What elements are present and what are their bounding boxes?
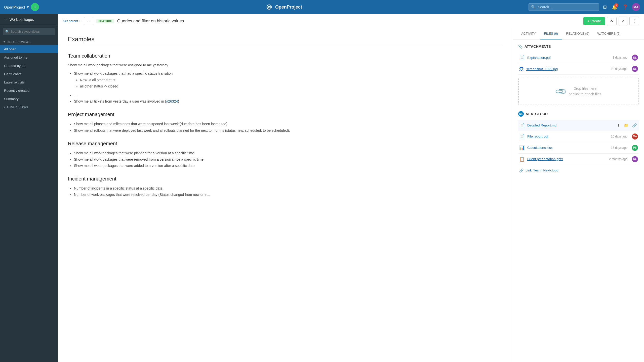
attachment-link-explanation[interactable]: Explanation.pdf [527,56,610,60]
list-item: Number of work packages that were resolv… [74,192,503,198]
section-team-collab-intro: Show me all work packages that were assi… [68,62,503,68]
article-pane: Examples Team collaboration Show me all … [58,28,513,362]
set-parent-button[interactable]: Set parent + [63,19,81,23]
drop-text-line2: or click to attach files [569,92,601,96]
link-nextcloud-button[interactable]: 🔗 Link files in Nextcloud [518,166,639,175]
sidebar-item-recently-created[interactable]: Recently created [0,86,58,95]
nc-file-avatar-ma: MA [632,133,638,140]
list-item: Number of incidents in a specific status… [74,185,503,192]
section-project-mgmt-list: Show me all phases and milestones that w… [74,121,503,133]
public-views-label: PUBLIC VIEWS [7,106,28,109]
img-file-icon: 🖼 [519,66,524,72]
xlsx-file-icon: 📊 [519,145,525,151]
sidebar: ← Work packages 🔍 ▾ DEFAULT VIEWS All op… [0,14,58,362]
nextcloud-label: NEXTCLOUD [526,112,548,116]
link-nextcloud-label: Link files in Nextcloud [526,168,558,172]
set-parent-plus-icon: + [79,19,81,23]
nc-folder-button[interactable]: 📁 [623,123,630,128]
paperclip-icon: 📎 [518,44,522,49]
notifications-button[interactable]: 🔔 9 [611,3,618,11]
feature-title: Queries and filter on historic values [117,19,184,24]
nav-right-area: 🔍 ⊞ 🔔 9 ❓ MA [529,3,640,11]
all-open-label: All open [4,47,16,51]
sidebar-item-created-by-me[interactable]: Created by me [0,62,58,70]
search-saved-views-wrap: 🔍 [3,28,55,35]
notification-badge: 9 [614,3,618,7]
section-incident-mgmt-heading: Incident management [68,176,503,182]
feature-badge: FEATURE [96,19,114,23]
grid-menu-button[interactable]: ⊞ [602,3,608,11]
openproject-logo-icon: OP [266,4,273,11]
nc-download-button[interactable]: ⬇ [616,123,621,128]
list-item: all other status -> closed [80,83,503,89]
attachment-avatar-nl: NL [632,55,638,61]
fullscreen-button[interactable]: ⤢ [619,17,627,25]
nc-file-time: 10 days ago [611,135,627,138]
section-release-mgmt-heading: Release management [68,141,503,147]
add-button[interactable]: + [31,3,39,11]
nc-file-row-detailed-report: 📄 Detailed Report.md ⬇ 📁 🔗 [518,120,639,131]
default-views-label: DEFAULT VIEWS [7,40,31,43]
sidebar-item-gantt-chart[interactable]: Gantt chart [0,70,58,78]
attachment-time: 3 days ago [613,56,627,59]
nc-unlink-button[interactable]: 🔗 [631,123,638,128]
public-views-header[interactable]: ▾ PUBLIC VIEWS [0,103,58,110]
top-navigation: OpenProject ▾ + OP OpenProject 🔍 ⊞ 🔔 9 ❓… [0,0,644,14]
project-name: OpenProject [4,5,25,9]
tab-files[interactable]: FILES (6) [540,28,562,39]
nc-file-link-calculations[interactable]: Calculations.xlsx [527,146,609,150]
details-content: 📎 ATTACHMENTS 📄 Explanation.pdf 3 days a… [513,39,644,362]
user-avatar[interactable]: MA [632,3,640,11]
nc-file-row-client-presentation: 📋 Client presentation.pptx 2 months ago … [518,154,639,165]
nextcloud-icon: NC [518,111,524,117]
attachment-time: 12 days ago [611,67,627,71]
sidebar-header[interactable]: ← Work packages [0,14,58,25]
drop-zone[interactable]: 📎 Drop files here or click to attach fil… [518,78,639,105]
nc-file-link-detailed-report[interactable]: Detailed Report.md [527,123,614,127]
pdf-file-icon2: 📄 [519,134,525,139]
create-button[interactable]: + Create [583,17,605,25]
global-search-input[interactable] [529,3,599,11]
nc-file-link-file-report[interactable]: File report.pdf [527,134,609,138]
list-item: New -> all other status [80,77,503,83]
toolbar: Set parent + ← FEATURE Queries and filte… [58,14,644,28]
section-team-collab-list: Show me all work packages that had a spe… [74,70,503,105]
attachment-row: 🖼 screenshot_1029.jpg 12 days ago NL [518,63,639,75]
sidebar-item-summary[interactable]: Summary [0,95,58,103]
preview-button[interactable]: 👁 [607,17,617,25]
collapse-icon: ▾ [4,40,5,43]
toolbar-right: + Create 👁 ⤢ ⋮ [583,17,639,25]
section-team-collab-heading: Team collaboration [68,53,503,59]
global-search-wrap: 🔍 [529,3,599,11]
pptx-file-icon: 📋 [519,156,525,162]
latest-activity-label: Latest activity [4,80,25,84]
gantt-chart-label: Gantt chart [4,72,21,76]
svg-text:OP: OP [267,6,271,9]
details-tabs: ACTIVITY FILES (6) RELATIONS (9) WATCHER… [513,28,644,39]
search-saved-views-input[interactable] [3,28,55,35]
tab-activity[interactable]: ACTIVITY [517,28,540,39]
more-options-button[interactable]: ⋮ [629,17,639,25]
sidebar-item-all-open[interactable]: All open [0,45,58,53]
split-pane: Examples Team collaboration Show me all … [58,28,644,362]
sidebar-item-assigned-to-me[interactable]: Assigned to me [0,53,58,62]
sidebar-item-latest-activity[interactable]: Latest activity [0,78,58,86]
nc-file-avatar-ps: PS [632,145,638,151]
list-item: Show me all work packages that had a spe… [74,70,503,89]
nc-file-link-client-presentation[interactable]: Client presentation.pptx [527,157,607,161]
set-parent-label: Set parent [63,19,79,23]
ticket-link[interactable]: #26324 [166,99,178,103]
drop-text-line1: Drop files here [574,86,596,90]
tab-relations[interactable]: RELATIONS (9) [562,28,593,39]
default-views-header[interactable]: ▾ DEFAULT VIEWS [0,38,58,45]
tab-watchers[interactable]: WATCHERS (6) [593,28,624,39]
attachment-link-screenshot[interactable]: screenshot_1029.jpg [526,67,609,71]
attachment-avatar-nl2: NL [632,66,638,72]
external-link-icon: 🔗 [519,168,524,172]
project-selector[interactable]: OpenProject ▾ [4,5,29,9]
back-button[interactable]: ← [84,17,93,25]
assigned-to-me-label: Assigned to me [4,56,27,59]
search-saved-icon: 🔍 [5,30,10,34]
section-project-mgmt-heading: Project management [68,112,503,117]
help-button[interactable]: ❓ [621,3,629,11]
